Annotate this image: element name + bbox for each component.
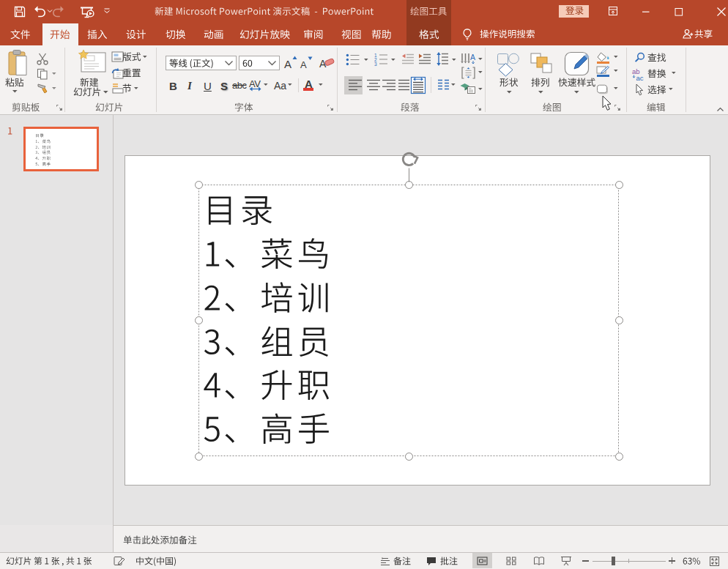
- svg-text:A: A: [470, 53, 475, 62]
- svg-text:ac: ac: [636, 74, 644, 81]
- svg-text:3: 3: [374, 62, 377, 66]
